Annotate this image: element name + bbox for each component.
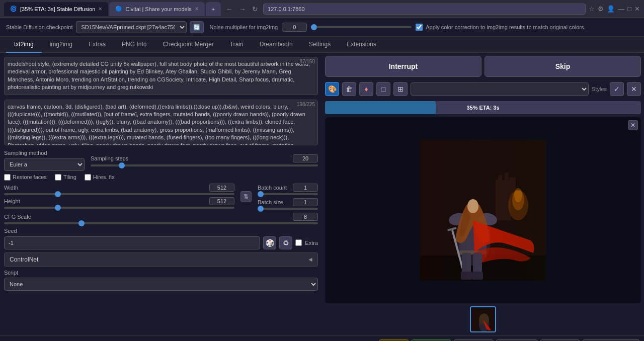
seed-recycle-button[interactable]: ♻ [279,236,292,249]
cfg-scale-slider[interactable] [4,222,318,224]
browser-tab-bar: 🌀 [35% ETA: 3s] Stable Diffusion ✕ 🔵 Civ… [0,0,644,18]
new-tab-button[interactable]: + [206,2,221,16]
tab-extensions[interactable]: Extensions [339,37,384,53]
address-bar[interactable] [263,4,586,15]
styles-close-button[interactable]: ✕ [627,82,641,96]
cfg-scale-label: CFG Scale [4,214,31,220]
style-icon-btn-2[interactable]: 🗑 [342,82,356,96]
close-tab-icon[interactable]: ✕ [98,6,102,12]
back-button[interactable]: ← [224,4,235,14]
progress-bar-container: 35% ETA: 3s [325,101,641,114]
sampling-steps-value[interactable] [293,154,318,162]
account-icon: 👤 [607,5,615,13]
batch-size-slider[interactable] [258,208,318,210]
swap-button-container: ⇅ [240,184,252,210]
positive-prompt-container: modelshoot style, (extremely detailed CG… [4,57,318,97]
close-tab-civitai-icon[interactable]: ✕ [195,6,199,12]
noise-value-input[interactable] [282,23,307,32]
svg-rect-22 [420,140,546,281]
style-icon-btn-4[interactable]: □ [376,82,390,96]
seed-input[interactable] [4,236,260,249]
batch-count-row: Batch count [258,184,318,195]
skip-button[interactable]: Skip [485,56,641,77]
checkpoint-select[interactable]: SD15NewVAEpruned.ckpt [27a4ac756c] [76,21,187,33]
tab-txt2img[interactable]: txt2img [6,37,42,53]
seed-section: Seed 🎲 ♻ Extra [4,227,318,249]
extras-checkbox[interactable] [295,239,302,246]
swap-dimensions-button[interactable]: ⇅ [240,191,252,202]
styles-select[interactable] [411,82,589,96]
progress-text: 35% ETA: 3s [466,105,499,111]
maximize-icon[interactable]: □ [627,5,631,13]
width-value[interactable] [209,184,234,192]
color-correction-checkbox[interactable] [416,24,423,31]
seed-dice-button[interactable]: 🎲 [263,236,276,249]
tab-img2img[interactable]: img2img [42,37,80,53]
script-section: Script None [4,270,318,291]
generate-buttons-row: Interrupt Skip [325,56,641,77]
height-value[interactable] [209,197,234,205]
thumbnail-1[interactable] [470,306,496,332]
style-icon-btn-5[interactable]: ⊞ [393,82,408,96]
width-slider[interactable] [4,193,234,195]
styles-apply-button[interactable]: ✓ [610,82,624,96]
tab-settings[interactable]: Settings [301,37,339,53]
interrupt-button[interactable]: Interrupt [325,56,481,77]
cfg-scale-value[interactable] [293,213,318,221]
batch-size-value[interactable] [293,198,318,206]
script-select[interactable]: None [4,278,318,291]
tab-icon-sd: 🌀 [10,6,17,12]
minimize-icon[interactable]: — [618,5,624,13]
height-row: Height [4,197,234,209]
send-to-extras-button[interactable]: Send to extras [582,339,640,342]
image-close-button[interactable]: ✕ [628,120,638,130]
extras-label: Extra [305,240,318,246]
batch-count-slider[interactable] [258,193,318,195]
zip-button[interactable]: Zip [453,339,494,342]
sampling-steps-label: Sampling steps [91,155,128,161]
hires-fix-checkbox[interactable] [85,174,91,181]
left-panel: modelshoot style, (extremely detailed CG… [0,53,322,335]
width-label: Width [4,185,18,191]
tiling-checkbox[interactable] [55,174,61,181]
hires-fix-label: Hires. fix [93,174,115,180]
thumbnail-row [325,306,641,332]
save-button[interactable]: Save [411,339,451,342]
checkpoint-refresh-button[interactable]: 🔄 [190,21,204,33]
positive-prompt-input[interactable]: modelshoot style, (extremely detailed CG… [4,57,318,95]
browser-chrome: 🌀 [35% ETA: 3s] Stable Diffusion ✕ 🔵 Civ… [0,0,644,18]
open-folder-button[interactable]: 📁 [379,339,409,342]
forward-button[interactable]: → [237,4,248,14]
height-slider[interactable] [4,207,234,209]
right-panel: Interrupt Skip 🎨 🗑 ♦ □ ⊞ Styles ✓ ✕ 35% … [322,53,644,335]
seed-label: Seed [4,228,17,234]
controlnet-label: ControlNet [10,256,38,263]
tab-train[interactable]: Train [222,37,252,53]
styles-row: 🎨 🗑 ♦ □ ⊞ Styles ✓ ✕ [325,82,641,96]
controlnet-header[interactable]: ControlNet ◀ [5,253,317,266]
style-icon-btn-1[interactable]: 🎨 [325,82,339,96]
reload-button[interactable]: ↻ [250,4,260,14]
style-icon-btn-3[interactable]: ♦ [359,82,373,96]
negative-prompt-input[interactable]: canvas frame, cartoon, 3d, (disfigured),… [4,100,318,145]
negative-prompt-container: canvas frame, cartoon, 3d, (disfigured),… [4,100,318,147]
tab-png-info[interactable]: PNG Info [114,37,154,53]
browser-tab-civitai[interactable]: 🔵 Civitai | Share your models ✕ [109,2,204,16]
tiling-label: Tiling [63,174,76,180]
tab-checkpoint-merger[interactable]: Checkpoint Merger [154,37,221,53]
sampling-steps-slider[interactable] [91,164,318,166]
send-to-img2img-button[interactable]: Send to img2img [496,339,537,342]
sampling-method-select[interactable]: Euler a [4,158,85,171]
tab-dreambooth[interactable]: Dreambooth [252,37,301,53]
controlnet-arrow-icon: ◀ [308,257,312,262]
bottom-action-bar: 📁 Save Zip Send to img2img Send to inpai… [0,335,644,341]
progress-bar-fill [325,101,436,114]
batch-count-value[interactable] [293,184,318,192]
noise-label: Noise multiplier for img2img [210,24,278,30]
restore-faces-checkbox[interactable] [4,174,11,181]
tab-extras[interactable]: Extras [80,37,114,53]
browser-tab-stable-diffusion[interactable]: 🌀 [35% ETA: 3s] Stable Diffusion ✕ [4,2,108,16]
send-to-inpaint-button[interactable]: Send to inpaint [540,339,580,342]
close-browser-icon[interactable]: ✕ [634,5,640,13]
noise-slider[interactable] [311,26,412,28]
